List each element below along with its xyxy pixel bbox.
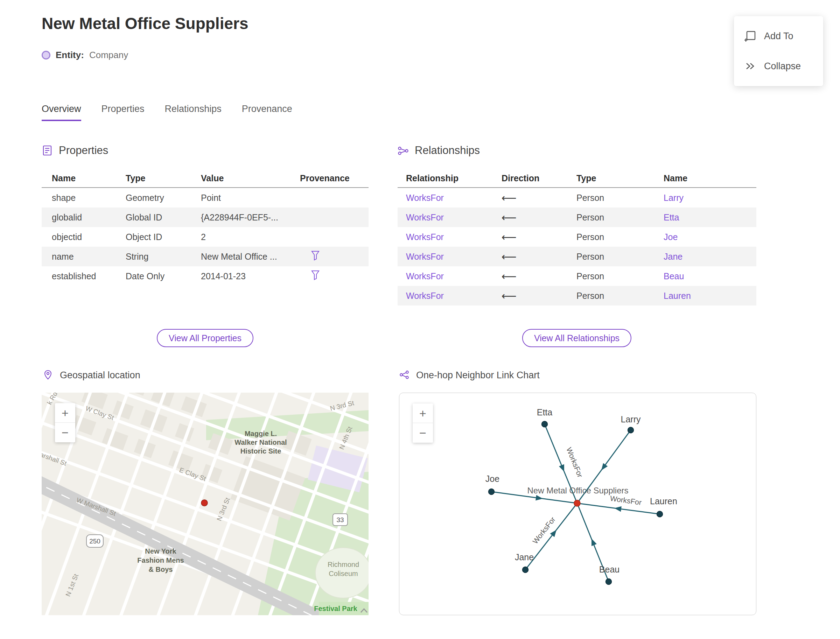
route-shield-250: 250 — [86, 535, 103, 547]
cell-type: Person — [568, 212, 655, 223]
provenance-icon[interactable] — [310, 270, 320, 280]
cell-name: globalid — [41, 212, 116, 223]
direction-arrow: ⟵ — [493, 251, 568, 263]
link-chart-canvas[interactable]: WorksFor WorksFor WorksFor Etta Larry Jo… — [399, 393, 756, 615]
node-etta[interactable] — [542, 421, 548, 427]
add-to-label: Add To — [764, 31, 794, 41]
cell-type: Object ID — [116, 232, 191, 242]
table-row: established Date Only 2014-01-23 — [41, 266, 369, 286]
map-pin-icon — [43, 370, 54, 381]
link-chart-section-title: One-hop Neighbor Link Chart — [416, 370, 540, 381]
node-lauren[interactable] — [657, 511, 663, 517]
entity-name-link[interactable]: Beau — [655, 271, 756, 281]
cell-name: shape — [41, 193, 116, 203]
poi-label: New York — [145, 547, 177, 555]
cell-type: String — [116, 252, 191, 262]
poi-label: Fashion Mens — [137, 556, 184, 564]
relationship-link[interactable]: WorksFor — [398, 271, 493, 281]
add-to-button[interactable]: Add To — [734, 21, 823, 51]
col-value: Value — [191, 173, 290, 183]
relationship-link[interactable]: WorksFor — [398, 232, 493, 242]
svg-text:33: 33 — [336, 516, 344, 523]
svg-text:250: 250 — [89, 537, 100, 545]
page-title: New Metal Office Suppliers — [41, 14, 248, 33]
node-jane[interactable] — [523, 567, 528, 573]
provenance-icon[interactable] — [310, 250, 320, 261]
entity-name-link[interactable]: Larry — [655, 193, 756, 203]
zoom-in-button[interactable]: + — [413, 404, 433, 423]
cell-type: Person — [568, 291, 655, 301]
col-name: Name — [41, 173, 116, 183]
cell-type: Date Only — [116, 271, 191, 281]
properties-table: Name Type Value Provenance shape Geometr… — [41, 169, 369, 286]
table-row: WorksFor ⟵ Person Etta — [398, 208, 756, 227]
node-label: Beau — [599, 564, 619, 574]
entity-name-link[interactable]: Jane — [655, 252, 756, 262]
poi-label: Walker National — [234, 439, 286, 446]
collapse-button[interactable]: Collapse — [734, 51, 823, 81]
entity-name-link[interactable]: Etta — [655, 212, 756, 223]
map-graphic: k Rd W Clay St N 3rd St N 4th St arshall… — [41, 393, 369, 615]
cell-name: objectid — [41, 232, 116, 242]
node-larry[interactable] — [628, 427, 634, 433]
relationships-table-header: Relationship Direction Type Name — [398, 169, 756, 188]
entity-type-row: Entity: Company — [41, 50, 128, 60]
poi-label-festival-park: Festival Park — [314, 605, 357, 612]
map-canvas[interactable]: k Rd W Clay St N 3rd St N 4th St arshall… — [41, 393, 369, 615]
link-chart-graphic: WorksFor WorksFor WorksFor Etta Larry Jo… — [399, 393, 756, 615]
zoom-in-button[interactable]: + — [55, 403, 75, 423]
relationship-link[interactable]: WorksFor — [398, 291, 493, 301]
col-type: Type — [568, 173, 655, 183]
entity-type-icon — [41, 51, 50, 59]
view-all-properties-button[interactable]: View All Properties — [157, 329, 253, 347]
cell-type: Global ID — [116, 212, 191, 223]
tab-provenance[interactable]: Provenance — [242, 103, 292, 121]
poi-label: Richmond — [328, 561, 359, 568]
node-center[interactable] — [574, 500, 580, 506]
table-row: shape Geometry Point — [41, 188, 369, 208]
cell-value: 2 — [191, 232, 290, 242]
add-to-icon — [745, 30, 756, 42]
poi-label: Maggie L. — [245, 430, 277, 437]
tab-properties[interactable]: Properties — [102, 103, 145, 121]
properties-icon — [41, 145, 53, 156]
properties-section-header: Properties — [41, 144, 108, 157]
relationships-icon — [398, 145, 409, 156]
cell-type: Person — [568, 193, 655, 203]
view-all-relationships-button[interactable]: View All Relationships — [522, 329, 632, 347]
relationship-link[interactable]: WorksFor — [398, 212, 493, 223]
cell-name: name — [41, 252, 116, 262]
map-feature-marker[interactable] — [201, 500, 208, 506]
direction-arrow: ⟵ — [493, 290, 568, 302]
cell-value: {A228944F-0EF5-... — [191, 212, 290, 223]
poi-label: Coliseum — [329, 570, 358, 577]
cell-type: Person — [568, 271, 655, 281]
relationships-section-header: Relationships — [398, 144, 480, 157]
table-row: WorksFor ⟵ Person Larry — [398, 188, 756, 208]
collapse-label: Collapse — [764, 61, 801, 72]
relationship-link[interactable]: WorksFor — [398, 252, 493, 262]
tab-bar: Overview Properties Relationships Proven… — [41, 103, 292, 121]
node-label: Lauren — [650, 496, 677, 506]
node-label: Joe — [485, 474, 500, 484]
tab-relationships[interactable]: Relationships — [165, 103, 221, 121]
entity-name-link[interactable]: Joe — [655, 232, 756, 242]
relationship-link[interactable]: WorksFor — [398, 193, 493, 203]
node-joe[interactable] — [488, 489, 495, 495]
geospatial-section-title: Geospatial location — [60, 370, 140, 381]
geospatial-section-header: Geospatial location — [43, 370, 140, 381]
tab-overview[interactable]: Overview — [41, 103, 81, 121]
zoom-out-button[interactable]: − — [55, 423, 75, 442]
link-chart-icon — [399, 370, 410, 381]
entity-type-value: Company — [89, 50, 128, 60]
poi-label: & Boys — [149, 566, 173, 573]
cell-provenance — [290, 270, 369, 282]
cell-value: 2014-01-23 — [191, 271, 290, 281]
direction-arrow: ⟵ — [493, 211, 568, 224]
entity-name-link[interactable]: Lauren — [655, 291, 756, 301]
node-beau[interactable] — [606, 579, 612, 585]
zoom-out-button[interactable]: − — [413, 423, 433, 443]
col-provenance: Provenance — [290, 173, 369, 183]
direction-arrow: ⟵ — [493, 270, 568, 282]
poi-label: Historic Site — [240, 447, 282, 455]
